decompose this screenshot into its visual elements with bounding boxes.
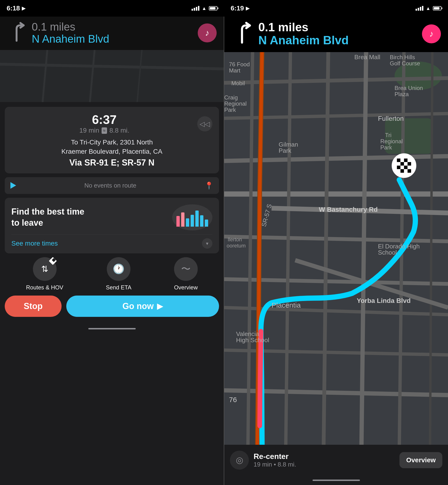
svg-rect-33 [404, 162, 408, 166]
left-battery [209, 6, 217, 10]
left-music-button[interactable]: ♪ [198, 24, 217, 42]
svg-text:Golf Course: Golf Course [390, 60, 420, 66]
svg-text:Birch Hills: Birch Hills [390, 54, 415, 60]
events-row[interactable]: No events on route 📍 [5, 177, 219, 194]
main-content: 0.1 miles N Anaheim Blvd ♪ 6 [0, 16, 448, 485]
recenter-button[interactable]: ◎ [230, 451, 249, 470]
turn-arrow-icon-left [7, 22, 26, 43]
send-eta-circle: 🕐 [107, 257, 130, 281]
right-bottom-bar: ◎ Re-center 19 min • 8.8 mi. Overview [224, 445, 448, 476]
svg-rect-38 [408, 166, 411, 169]
svg-text:76: 76 [229, 396, 237, 404]
routes-hov-circle: ⇅ [33, 257, 56, 281]
chart-bar-2 [181, 212, 184, 227]
see-more-times-link[interactable]: See more times [11, 240, 58, 247]
turn-arrow-container-right [231, 22, 253, 46]
svg-text:High School: High School [236, 337, 269, 344]
left-panel: 0.1 miles N Anaheim Blvd ♪ 6 [0, 16, 224, 485]
volume-button[interactable]: ◁◁ [197, 116, 212, 131]
location-pin-icon: 📍 [205, 181, 213, 190]
right-home-indicator [224, 476, 448, 485]
overview-button-left[interactable]: 〜 Overview [174, 257, 198, 291]
send-eta-button[interactable]: 🕐 Send ETA [106, 257, 131, 291]
recenter-info: Re-center 19 min • 8.8 mi. [254, 452, 395, 468]
time-row: 6:37 19 min ≈ 8.8 mi. ◁◁ [11, 113, 212, 135]
svg-rect-28 [400, 158, 404, 162]
action-buttons-row: ⇅ Routes & HOV 🕐 Send ETA 〜 Overview [5, 257, 219, 291]
right-location-arrow: ▶ [246, 5, 249, 11]
best-time-title: Find the best timeto leave [11, 206, 87, 228]
turn-arrow-container-left [7, 22, 26, 44]
overview-button-right[interactable]: Overview [400, 452, 442, 468]
right-time: 6:19 [231, 5, 244, 12]
right-status-icons: ▲ [416, 6, 441, 11]
go-arrow-icon: ▶ [157, 302, 163, 311]
svg-text:ooretum: ooretum [227, 243, 246, 249]
right-nav-street: N Anaheim Blvd [258, 34, 416, 47]
recenter-title: Re-center [254, 452, 395, 461]
svg-text:Park: Park [224, 106, 236, 113]
best-time-header: Find the best timeto leave [11, 204, 212, 230]
right-battery [433, 6, 441, 10]
time-details: 19 min ≈ 8.8 mi. [11, 127, 197, 134]
svg-text:Fullerton: Fullerton [378, 115, 404, 122]
right-status-bar: 6:19 ▶ ▲ [224, 0, 448, 16]
events-text: No events on route [20, 182, 201, 189]
svg-text:Plaza: Plaza [394, 91, 409, 97]
svg-rect-36 [400, 166, 404, 169]
svg-rect-8 [385, 118, 432, 154]
overview-label: Overview [174, 284, 198, 291]
chart-bar-5 [195, 210, 199, 227]
left-map-placeholder [0, 50, 224, 102]
toll-icon: ≈ [102, 127, 107, 134]
left-signal [192, 6, 199, 11]
dest-line2: Kraemer Boulevard, Placentia, CA [61, 148, 162, 155]
svg-rect-32 [400, 162, 404, 166]
right-panel: 0.1 miles N Anaheim Blvd ♪ [224, 16, 448, 485]
left-status-icons: ▲ [192, 6, 217, 11]
status-bar: 6:18 ▶ ▲ 6:19 ▶ ▲ [0, 0, 448, 16]
svg-text:Tri: Tri [385, 132, 392, 138]
stop-label: Stop [24, 301, 43, 311]
recenter-details: 19 min • 8.8 mi. [254, 461, 395, 468]
left-nav-header: 0.1 miles N Anaheim Blvd ♪ [0, 16, 224, 50]
svg-text:Yorba Linda Blvd: Yorba Linda Blvd [357, 297, 411, 304]
svg-text:Park: Park [279, 147, 291, 154]
right-nav-info: 0.1 miles N Anaheim Blvd [258, 21, 416, 47]
right-home-bar [312, 480, 360, 481]
right-music-note-icon: ♪ [429, 29, 433, 39]
svg-text:Regional: Regional [380, 138, 403, 145]
go-now-label: Go now [122, 301, 154, 311]
svg-text:llerton: llerton [228, 237, 242, 242]
svg-rect-37 [404, 166, 408, 169]
svg-text:Mobil: Mobil [231, 80, 245, 86]
compass-icon: ◎ [236, 455, 243, 465]
svg-text:Placentia: Placentia [272, 301, 301, 309]
play-icon [10, 182, 16, 189]
svg-rect-35 [397, 166, 400, 169]
see-more-row: See more times ▾ [11, 238, 212, 249]
left-home-indicator [0, 324, 224, 333]
go-now-button[interactable]: Go now ▶ [66, 296, 219, 317]
right-nav-distance: 0.1 miles [258, 21, 416, 34]
left-time: 6:18 [7, 5, 20, 12]
left-nav-info: 0.1 miles N Anaheim Blvd [32, 21, 192, 45]
svg-rect-30 [408, 158, 411, 162]
svg-rect-39 [397, 169, 400, 173]
svg-rect-31 [397, 162, 400, 166]
right-music-button[interactable]: ♪ [422, 24, 441, 43]
time-info-section: 6:37 19 min ≈ 8.8 mi. [11, 113, 197, 135]
svg-text:Park: Park [380, 144, 392, 151]
traffic-chart [172, 204, 212, 230]
stop-button[interactable]: Stop [5, 296, 62, 317]
chart-bar-4 [191, 215, 194, 227]
routes-hov-icon: ⇅ [41, 264, 48, 274]
svg-text:W Bastanchury Rd: W Bastanchury Rd [319, 206, 378, 213]
svg-text:Brea Union: Brea Union [394, 85, 423, 91]
chevron-down-button[interactable]: ▾ [202, 238, 212, 249]
overview-label-right: Overview [406, 456, 436, 464]
map-area[interactable]: SR-57 S W Bastanchury Rd Yorba Linda Blv… [224, 52, 448, 445]
routes-hov-button[interactable]: ⇅ Routes & HOV [26, 257, 63, 291]
right-wifi-icon: ▲ [426, 6, 431, 11]
destination-text: To Tri-City Park, 2301 North Kraemer Bou… [11, 137, 212, 156]
